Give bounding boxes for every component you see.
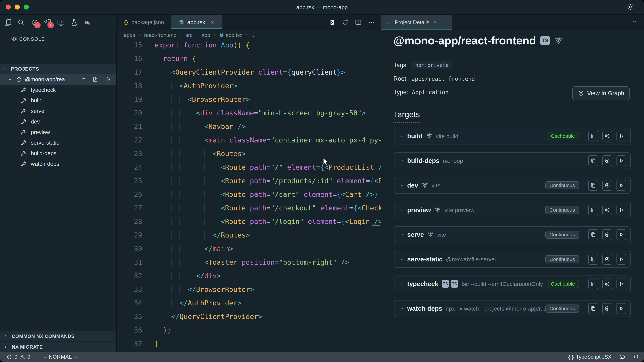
tree-item-serve[interactable]: serve (0, 106, 116, 116)
open-details-icon[interactable] (329, 19, 336, 26)
code-line-16[interactable]: 16 return ( (117, 52, 381, 65)
build-deps-run-task-button[interactable] (616, 155, 626, 166)
tab-project-details[interactable]: Project Details (381, 15, 452, 29)
build-copy-task-button[interactable] (588, 131, 598, 141)
code-line-17[interactable]: 17 <QueryClientProvider client={queryCli… (117, 65, 381, 79)
build-deps-view-task-button[interactable] (602, 155, 612, 166)
activity-item-search[interactable] (17, 17, 25, 28)
activity-item-files[interactable] (4, 17, 12, 28)
code-line-27[interactable]: 27 <Route path="/checkout" element={<Che… (117, 201, 381, 215)
tree-item-serve-static[interactable]: serve-static (0, 137, 116, 148)
code-line-28[interactable]: 28 <Route path="/login" element={<Login … (117, 215, 381, 228)
sidebar-section-common-nx-commands[interactable]: COMMON NX COMMANDS (0, 331, 116, 341)
chevron-down-icon[interactable] (400, 134, 404, 138)
code-line-26[interactable]: 26 <Route path="/cart" element={<Cart />… (117, 188, 381, 201)
code-line-36[interactable]: 36 ); (117, 324, 381, 337)
code-line-23[interactable]: 23 <Routes> (117, 147, 381, 161)
breadcrumb-segment-reactfrontend[interactable]: react-frontend (144, 32, 176, 38)
tree-item-build-deps[interactable]: build-deps (0, 148, 116, 159)
code-line-32[interactable]: 32 </div> (117, 269, 381, 283)
tree-item-build[interactable]: build (0, 95, 116, 106)
target-icon[interactable] (105, 77, 110, 82)
close-icon[interactable] (433, 20, 438, 25)
serve-view-task-button[interactable] (602, 229, 612, 240)
sidebar-section-nx-migrate[interactable]: NX MIGRATE (0, 342, 116, 352)
dev-view-task-button[interactable] (602, 180, 612, 191)
activity-item-source-control[interactable]: 32 (30, 17, 38, 28)
breadcrumb-segment-apptsx[interactable]: app.tsx (219, 32, 242, 38)
typecheck-run-task-button[interactable] (616, 279, 626, 289)
chevron-down-icon[interactable] (400, 282, 404, 286)
breadcrumb-segment-[interactable]: ... (252, 32, 256, 38)
code-line-24[interactable]: 24 <Route path="/" element={<ProductList… (117, 161, 381, 174)
serve-static-view-task-button[interactable] (602, 254, 612, 265)
preview-view-task-button[interactable] (602, 205, 612, 215)
view-in-graph-button[interactable]: View In Graph (572, 86, 630, 100)
goto-file-icon[interactable] (92, 77, 98, 82)
watch-deps-copy-task-button[interactable] (588, 303, 598, 314)
code-line-22[interactable]: 22 <main className="container mx-auto px… (117, 133, 381, 147)
refresh-icon[interactable] (342, 19, 348, 26)
build-deps-copy-task-button[interactable] (588, 155, 598, 166)
tree-item-watch-deps[interactable]: watch-deps (0, 159, 116, 169)
code-line-30[interactable]: 30 </main> (117, 242, 381, 256)
chevron-down-icon[interactable] (400, 257, 404, 262)
problems-indicator[interactable]: 0 0 (7, 354, 30, 360)
code-line-33[interactable]: 33 </BrowserRouter> (117, 283, 381, 296)
serve-static-copy-task-button[interactable] (588, 254, 598, 265)
build-run-task-button[interactable] (616, 131, 626, 141)
chevron-down-icon[interactable] (400, 208, 404, 212)
chevron-down-icon[interactable] (400, 158, 404, 163)
typecheck-view-task-button[interactable] (602, 279, 612, 289)
activity-item-extensions[interactable]: 1 (44, 17, 52, 28)
breadcrumb-segment-src[interactable]: src (186, 32, 192, 38)
typecheck-copy-task-button[interactable] (588, 279, 598, 289)
more-actions-icon[interactable] (100, 36, 106, 42)
preview-copy-task-button[interactable] (588, 205, 598, 215)
code-line-35[interactable]: 35 </QueryClientProvider> (117, 310, 381, 324)
settings-gear-icon[interactable] (626, 3, 634, 11)
copilot-icon[interactable] (619, 354, 626, 360)
activity-item-nx-console[interactable]: N≥ (83, 17, 92, 28)
chevron-down-icon[interactable] (400, 232, 404, 237)
serve-copy-task-button[interactable] (588, 229, 598, 240)
language-mode-selector[interactable]: { } TypeScript JSX (568, 354, 612, 360)
dev-run-task-button[interactable] (616, 180, 626, 191)
activity-item-testing[interactable] (70, 17, 78, 28)
chevron-down-icon[interactable] (400, 306, 404, 311)
more-actions-icon[interactable] (630, 19, 636, 25)
code-line-37[interactable]: 37} (117, 337, 381, 351)
code-line-29[interactable]: 29 </Routes> (117, 228, 381, 242)
project-row-mono-app[interactable]: @mono-app/rea... (0, 74, 116, 85)
watch-deps-view-task-button[interactable] (602, 303, 612, 314)
activity-item-remote-explorer[interactable] (57, 17, 65, 28)
code-editor[interactable]: 15export function App() {16 return (17 <… (117, 41, 381, 352)
code-line-19[interactable]: 19 <BrowserRouter> (117, 93, 381, 106)
build-view-task-button[interactable] (602, 131, 612, 141)
close-icon[interactable] (210, 20, 215, 25)
code-line-20[interactable]: 20 <div className="min-h-screen bg-gray-… (117, 106, 381, 120)
tab-package.json[interactable]: {}package.json (117, 15, 171, 29)
watch-deps-run-task-button[interactable] (616, 303, 626, 314)
folder-icon[interactable] (80, 77, 86, 82)
serve-run-task-button[interactable] (616, 229, 626, 240)
breadcrumb-segment-apps[interactable]: apps (124, 32, 135, 38)
code-line-25[interactable]: 25 <Route path="/products/:id" element={… (117, 174, 381, 188)
split-editor-icon[interactable] (355, 19, 362, 26)
tree-item-dev[interactable]: dev (0, 116, 116, 127)
more-icon[interactable] (368, 19, 375, 26)
preview-run-task-button[interactable] (616, 205, 626, 215)
code-line-38[interactable]: 38 (117, 351, 381, 352)
tab-app.tsx[interactable]: app.tsx (171, 15, 222, 29)
notifications-bell-icon[interactable] (633, 354, 639, 360)
chevron-down-icon[interactable] (400, 183, 404, 188)
code-line-18[interactable]: 18 <AuthProvider> (117, 79, 381, 93)
code-line-31[interactable]: 31 <Toaster position="bottom-right" /> (117, 256, 381, 269)
breadcrumb-segment-app[interactable]: app (202, 32, 210, 38)
projects-section-header[interactable]: PROJECTS (0, 64, 116, 74)
serve-static-run-task-button[interactable] (616, 254, 626, 265)
tree-item-typecheck[interactable]: typecheck (0, 85, 116, 95)
code-line-15[interactable]: 15export function App() { (117, 41, 381, 52)
code-line-34[interactable]: 34 </AuthProvider> (117, 296, 381, 310)
dev-copy-task-button[interactable] (588, 180, 598, 191)
